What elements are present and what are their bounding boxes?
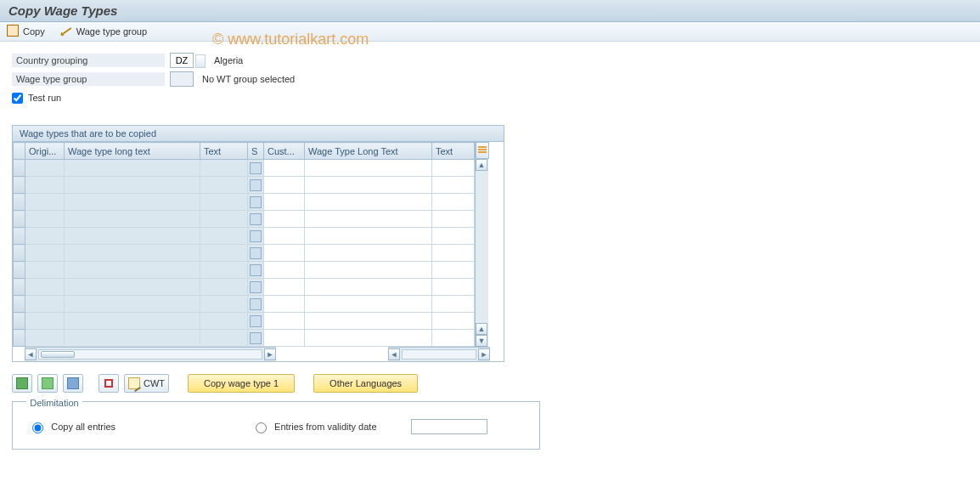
country-grouping-label: Country grouping (12, 54, 165, 67)
wage-types-table[interactable]: Origi...Wage type long textTextSCust...W… (13, 142, 475, 347)
pencil-icon (60, 27, 71, 36)
test-run-label: Test run (28, 93, 61, 103)
page-title: Copy Wage Types (0, 0, 980, 22)
scroll-up-icon[interactable]: ▲ (476, 159, 487, 171)
cwt-label: CWT (144, 378, 165, 388)
scroll-down2-icon[interactable]: ▼ (476, 335, 487, 347)
table-row[interactable] (14, 160, 475, 177)
table-row[interactable] (14, 245, 475, 262)
grid3-icon (67, 377, 79, 389)
title-text: Copy Wage Types (8, 3, 117, 18)
icon-button-3[interactable] (63, 374, 83, 393)
wage-type-group-input[interactable] (170, 71, 194, 87)
country-grouping-text: Algeria (214, 55, 243, 65)
table-row[interactable] (14, 194, 475, 211)
test-run-input[interactable] (12, 93, 23, 104)
scroll-left2-icon[interactable]: ◄ (388, 348, 400, 360)
col-header[interactable]: Text (432, 143, 475, 160)
col-header[interactable]: Cust... (264, 143, 305, 160)
table-row[interactable] (14, 296, 475, 313)
vertical-scrollbar[interactable]: ▲ ▲ ▼ (475, 142, 488, 347)
col-header[interactable]: S (248, 143, 264, 160)
table-row[interactable] (14, 279, 475, 296)
toolbar: Copy Wage type group (0, 22, 980, 42)
delete-row-button[interactable] (99, 374, 119, 393)
grid2-icon (42, 377, 54, 389)
scroll-right2-icon[interactable]: ► (478, 348, 490, 360)
hscroll-track-left[interactable] (38, 349, 262, 360)
copy-icon (8, 26, 19, 37)
wage-type-group-label: Wage type group (12, 72, 165, 86)
table-row[interactable] (14, 211, 475, 228)
delimitation-group: Delimitation Copy all entries Entries fr… (12, 401, 540, 450)
hscroll-track-right[interactable] (402, 349, 476, 360)
edit-cwt-button[interactable]: CWT (124, 374, 169, 393)
table-row[interactable] (14, 177, 475, 194)
copy-all-entries-radio[interactable]: Copy all entries (28, 420, 115, 433)
copy-wage-type-1-button[interactable]: Copy wage type 1 (188, 374, 295, 393)
col-header[interactable]: Wage Type Long Text (305, 143, 432, 160)
copy-label: Copy (23, 26, 45, 37)
wage-types-panel: Wage types that are to be copied Origi..… (12, 125, 504, 362)
entries-from-date-radio[interactable]: Entries from validity date (251, 420, 376, 433)
other-languages-button[interactable]: Other Languages (313, 374, 418, 393)
header-form: Country grouping Algeria Wage type group… (0, 42, 980, 113)
col-header[interactable]: Text (200, 143, 248, 160)
country-grouping-input[interactable] (170, 53, 194, 68)
wage-type-group-button[interactable]: Wage type group (60, 26, 147, 37)
scroll-right-icon[interactable]: ► (264, 348, 276, 360)
icon-button-1[interactable] (12, 374, 32, 393)
table-config-button[interactable] (476, 142, 489, 159)
scroll-left-icon[interactable]: ◄ (25, 348, 37, 360)
wage-type-group-text: No WT group selected (202, 74, 295, 84)
icon-button-2[interactable] (37, 374, 58, 393)
table-row[interactable] (14, 330, 475, 347)
test-run-checkbox[interactable]: Test run (12, 93, 61, 104)
table-row[interactable] (14, 262, 475, 279)
delimitation-title: Delimitation (26, 398, 82, 408)
table-row[interactable] (14, 228, 475, 245)
delete-icon (103, 377, 115, 389)
validity-date-input[interactable] (411, 419, 487, 434)
edit-icon (128, 377, 140, 389)
panel-title: Wage types that are to be copied (13, 126, 504, 142)
action-button-row: CWT Copy wage type 1 Other Languages (12, 374, 968, 393)
scroll-down-icon[interactable]: ▲ (476, 323, 487, 335)
table-row[interactable] (14, 313, 475, 330)
wtg-label: Wage type group (76, 26, 147, 37)
grid-icon (16, 377, 28, 389)
col-header[interactable]: Wage type long text (65, 143, 200, 160)
copy-button[interactable]: Copy (8, 26, 45, 37)
col-header[interactable]: Origi... (25, 143, 65, 160)
